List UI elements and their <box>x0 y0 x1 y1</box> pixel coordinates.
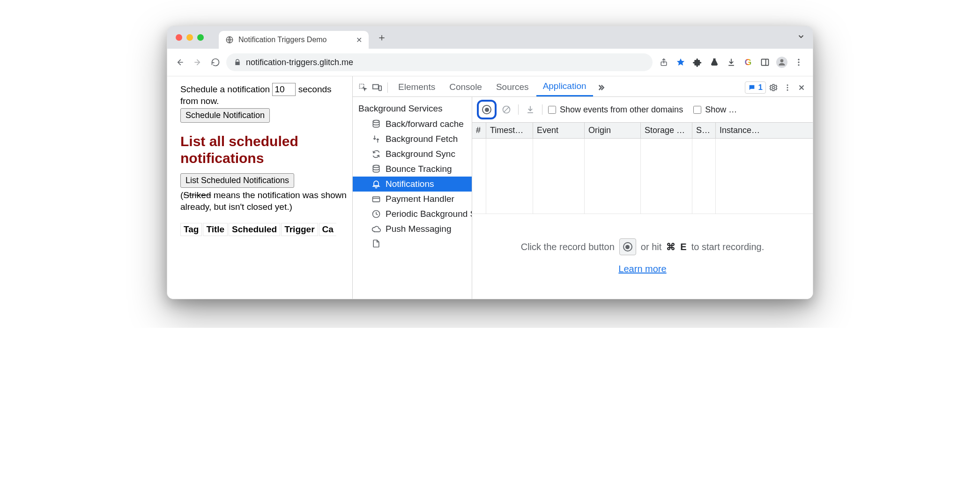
share-button[interactable] <box>656 55 671 70</box>
tab-sources[interactable]: Sources <box>490 79 535 96</box>
sidebar-item-background-fetch[interactable]: Background Fetch <box>353 132 472 147</box>
svg-point-21 <box>373 165 379 168</box>
record-icon-inline <box>619 238 636 255</box>
back-button[interactable] <box>173 55 187 69</box>
file-icon <box>371 239 381 248</box>
svg-rect-12 <box>373 84 379 89</box>
sidebar-item-back-forward-cache[interactable]: Back/forward cache <box>353 117 472 132</box>
col-s[interactable]: S… <box>692 123 716 138</box>
sidebar-item-payment-handler[interactable]: Payment Handler <box>353 192 472 207</box>
lock-icon <box>234 59 241 66</box>
bell-icon <box>371 179 381 189</box>
clear-button[interactable] <box>500 104 512 116</box>
record-button-highlight <box>477 100 497 119</box>
tab-console[interactable]: Console <box>443 79 489 96</box>
reload-button[interactable] <box>208 55 223 69</box>
more-tabs-button[interactable] <box>594 81 607 94</box>
experiments-button[interactable] <box>707 55 722 70</box>
notifications-panel: Show events from other domains Show … # … <box>472 97 813 299</box>
application-sidebar: Background Services Back/forward cache B… <box>353 97 472 299</box>
devtools-body: Background Services Back/forward cache B… <box>353 97 813 299</box>
tab-application[interactable]: Application <box>536 78 593 96</box>
address-bar[interactable]: notification-triggers.glitch.me <box>226 53 653 71</box>
tabs-dropdown-button[interactable] <box>792 30 810 44</box>
issues-count: 1 <box>758 83 763 92</box>
table-header-row: Tag Title Scheduled Trigger Ca <box>180 223 350 236</box>
notifications-toolbar: Show events from other domains Show … <box>472 97 813 123</box>
browser-window: Notification Triggers Demo ✕ ＋ notificat… <box>167 26 813 299</box>
browser-tab[interactable]: Notification Triggers Demo ✕ <box>219 31 369 49</box>
chrome-menu-button[interactable] <box>791 55 806 70</box>
toolbar-right-icons: G <box>656 55 807 70</box>
schedule-notification-button[interactable]: Schedule Notification <box>180 108 270 123</box>
svg-rect-13 <box>379 86 382 90</box>
note-text: (Striked means the notification was show… <box>180 190 350 213</box>
content-area: Schedule a notification seconds from now… <box>167 76 813 299</box>
col-instance[interactable]: Instance… <box>716 123 813 138</box>
inspect-element-button[interactable] <box>356 81 370 94</box>
svg-line-26 <box>504 107 509 112</box>
show-truncated-input[interactable] <box>693 106 701 114</box>
close-tab-button[interactable]: ✕ <box>356 36 362 44</box>
list-scheduled-button[interactable]: List Scheduled Notifications <box>180 173 294 188</box>
side-panel-button[interactable] <box>757 55 772 70</box>
tab-elements[interactable]: Elements <box>392 79 442 96</box>
issues-button[interactable]: 1 <box>745 81 766 94</box>
list-heading: List all scheduled notifications <box>180 133 350 167</box>
sidebar-item-push-messaging[interactable]: Push Messaging <box>353 222 472 237</box>
close-window-button[interactable] <box>176 34 182 41</box>
extensions-button[interactable] <box>690 55 705 70</box>
downloads-button[interactable] <box>724 55 739 70</box>
col-tag: Tag <box>180 223 202 236</box>
empty-state: Click the record button or hit ⌘ E to st… <box>472 214 813 299</box>
sidebar-item-notifications[interactable]: Notifications <box>353 177 472 192</box>
google-account-button[interactable]: G <box>741 55 756 70</box>
record-icon <box>482 105 491 114</box>
events-table-header: # Timest… Event Origin Storage … S… Inst… <box>472 123 813 139</box>
new-tab-button[interactable]: ＋ <box>374 30 389 45</box>
card-icon <box>371 194 381 204</box>
url-text: notification-triggers.glitch.me <box>246 58 353 67</box>
devtools-menu-button[interactable] <box>781 81 794 94</box>
col-event[interactable]: Event <box>533 123 585 138</box>
col-timestamp[interactable]: Timest… <box>486 123 533 138</box>
svg-point-10 <box>798 64 799 66</box>
sidebar-item-reporting-api[interactable] <box>353 237 472 251</box>
svg-point-9 <box>798 61 799 63</box>
device-toolbar-button[interactable] <box>371 81 384 94</box>
svg-point-16 <box>787 87 788 88</box>
profile-button[interactable] <box>774 55 789 70</box>
database-icon <box>371 119 381 129</box>
col-cancel: Ca <box>319 223 336 236</box>
col-storage[interactable]: Storage … <box>641 123 692 138</box>
svg-point-14 <box>772 86 775 89</box>
globe-icon <box>225 36 234 44</box>
col-index[interactable]: # <box>472 123 486 138</box>
sidebar-item-background-sync[interactable]: Background Sync <box>353 147 472 162</box>
seconds-input[interactable] <box>272 83 296 96</box>
save-events-button[interactable] <box>524 104 536 116</box>
learn-more-link[interactable]: Learn more <box>618 264 666 274</box>
show-other-domains-input[interactable] <box>548 106 556 114</box>
show-other-domains-checkbox[interactable]: Show events from other domains <box>548 105 683 115</box>
svg-point-17 <box>787 89 788 90</box>
minimize-window-button[interactable] <box>186 34 193 41</box>
svg-point-15 <box>787 84 788 86</box>
show-truncated-checkbox[interactable]: Show … <box>693 105 737 115</box>
sync-icon <box>371 149 381 159</box>
sidebar-item-periodic-sync[interactable]: Periodic Background Sync <box>353 207 472 222</box>
svg-point-8 <box>798 59 799 60</box>
close-devtools-button[interactable] <box>795 81 808 94</box>
sidebar-section-title: Background Services <box>353 101 472 117</box>
empty-text-a: Click the record button <box>521 242 615 252</box>
forward-button[interactable] <box>191 55 205 69</box>
devtools-panel: Elements Console Sources Application 1 <box>352 76 813 299</box>
sidebar-item-bounce-tracking[interactable]: Bounce Tracking <box>353 162 472 177</box>
bookmark-star-icon[interactable] <box>673 55 688 70</box>
record-button[interactable] <box>480 103 494 117</box>
settings-button[interactable] <box>767 81 780 94</box>
svg-point-20 <box>373 120 379 123</box>
clock-icon <box>371 209 381 219</box>
maximize-window-button[interactable] <box>197 34 204 41</box>
col-origin[interactable]: Origin <box>585 123 641 138</box>
